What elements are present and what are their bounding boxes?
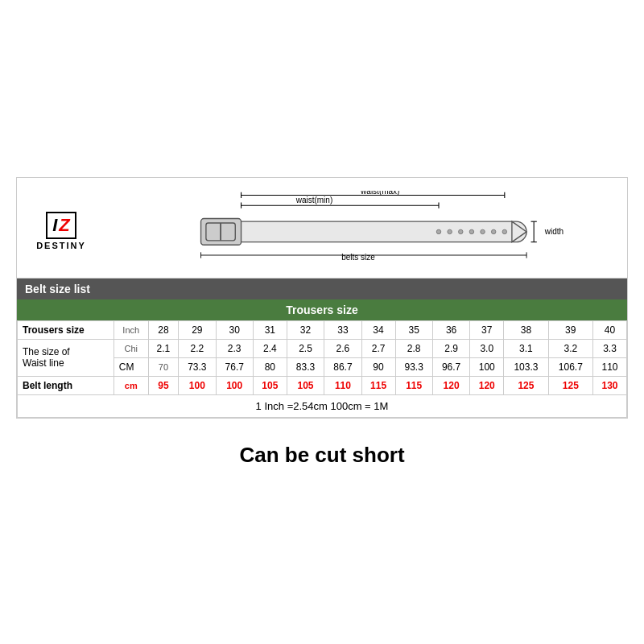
main-container: I Z DESTINY <box>16 177 628 468</box>
cm-73.3: 73.3 <box>179 357 216 376</box>
cm-80: 80 <box>253 357 287 376</box>
logo-i: I <box>52 215 57 236</box>
chi-3.0: 3.0 <box>470 339 504 357</box>
cut-short-text: Can be cut short <box>16 443 628 468</box>
svg-text:waist(max): waist(max) <box>360 191 399 196</box>
belt-diagram: waist(min) waist(max) width belts size <box>105 191 611 271</box>
brand-name: DESTINY <box>36 241 86 250</box>
inch-35: 35 <box>395 320 432 339</box>
chi-2.6: 2.6 <box>324 339 361 357</box>
chi-row: The size ofWaist line Chi 2.1 2.2 2.3 2.… <box>18 339 627 357</box>
inch-38: 38 <box>504 320 548 339</box>
cm-96.7: 96.7 <box>432 357 469 376</box>
trousers-size-header: Trousers size <box>17 299 627 320</box>
svg-point-11 <box>502 229 506 233</box>
cm-93.3: 93.3 <box>395 357 432 376</box>
logo-area: I Z DESTINY <box>33 212 89 250</box>
svg-point-8 <box>469 229 473 233</box>
belt-size-header: Belt size list <box>17 279 627 299</box>
inch-unit: Inch <box>114 320 148 339</box>
inch-40: 40 <box>593 320 627 339</box>
chi-2.2: 2.2 <box>179 339 216 357</box>
chi-2.7: 2.7 <box>361 339 395 357</box>
svg-point-7 <box>459 229 463 233</box>
bl-125b: 125 <box>548 376 592 394</box>
chi-2.3: 2.3 <box>216 339 253 357</box>
chi-2.5: 2.5 <box>287 339 324 357</box>
size-table: Trousers size Inch 28 29 30 31 32 33 34 … <box>17 320 627 395</box>
cm-106.7: 106.7 <box>548 357 592 376</box>
belt-length-label: Belt length <box>18 376 114 394</box>
conversion-note: 1 Inch =2.54cm 100cm = 1M <box>17 395 627 418</box>
waist-size-label: The size ofWaist line <box>18 339 114 376</box>
inch-39: 39 <box>548 320 592 339</box>
bl-125a: 125 <box>504 376 548 394</box>
cm-110: 110 <box>593 357 627 376</box>
svg-point-9 <box>481 229 485 233</box>
belt-length-row: Belt length cm 95 100 100 105 105 110 11… <box>18 376 627 394</box>
inch-37: 37 <box>470 320 504 339</box>
cm-83.3: 83.3 <box>287 357 324 376</box>
bl-95: 95 <box>148 376 178 394</box>
bl-115a: 115 <box>361 376 395 394</box>
svg-text:waist(min): waist(min) <box>295 195 333 204</box>
inch-31: 31 <box>253 320 287 339</box>
bl-105a: 105 <box>253 376 287 394</box>
cm-100: 100 <box>470 357 504 376</box>
chi-2.1: 2.1 <box>148 339 178 357</box>
svg-text:belts size: belts size <box>341 253 375 262</box>
chi-3.3: 3.3 <box>593 339 627 357</box>
svg-rect-0 <box>212 221 526 242</box>
svg-point-6 <box>448 229 452 233</box>
inch-32: 32 <box>287 320 324 339</box>
cm-76.7: 76.7 <box>216 357 253 376</box>
bl-120a: 120 <box>432 376 469 394</box>
bl-100b: 100 <box>216 376 253 394</box>
inch-28: 28 <box>148 320 178 339</box>
chi-2.9: 2.9 <box>432 339 469 357</box>
trousers-label: Trousers size <box>18 320 114 339</box>
cm-103.3: 103.3 <box>504 357 548 376</box>
chi-2.4: 2.4 <box>253 339 287 357</box>
trousers-inch-row: Trousers size Inch 28 29 30 31 32 33 34 … <box>18 320 627 339</box>
chi-2.8: 2.8 <box>395 339 432 357</box>
bl-105b: 105 <box>287 376 324 394</box>
belt-length-unit: cm <box>114 376 148 394</box>
chi-3.1: 3.1 <box>504 339 548 357</box>
inch-36: 36 <box>432 320 469 339</box>
inch-34: 34 <box>361 320 395 339</box>
svg-text:width: width <box>544 226 564 235</box>
logo-z: Z <box>59 215 69 236</box>
cm-90: 90 <box>361 357 395 376</box>
bl-110: 110 <box>324 376 361 394</box>
logo-box: I Z <box>46 212 76 239</box>
bl-115b: 115 <box>395 376 432 394</box>
svg-point-10 <box>491 229 495 233</box>
table-section: Belt size list Trousers size Trousers si… <box>16 279 628 419</box>
bl-100a: 100 <box>179 376 216 394</box>
bl-130: 130 <box>593 376 627 394</box>
cm-70: 70 <box>148 357 178 376</box>
bl-120b: 120 <box>470 376 504 394</box>
inch-33: 33 <box>324 320 361 339</box>
chi-unit: Chi <box>114 339 148 357</box>
svg-point-5 <box>436 229 440 233</box>
inch-29: 29 <box>179 320 216 339</box>
chi-3.2: 3.2 <box>548 339 592 357</box>
cm-86.7: 86.7 <box>324 357 361 376</box>
diagram-section: I Z DESTINY <box>16 177 628 279</box>
inch-30: 30 <box>216 320 253 339</box>
cm-unit: CM <box>114 357 148 376</box>
